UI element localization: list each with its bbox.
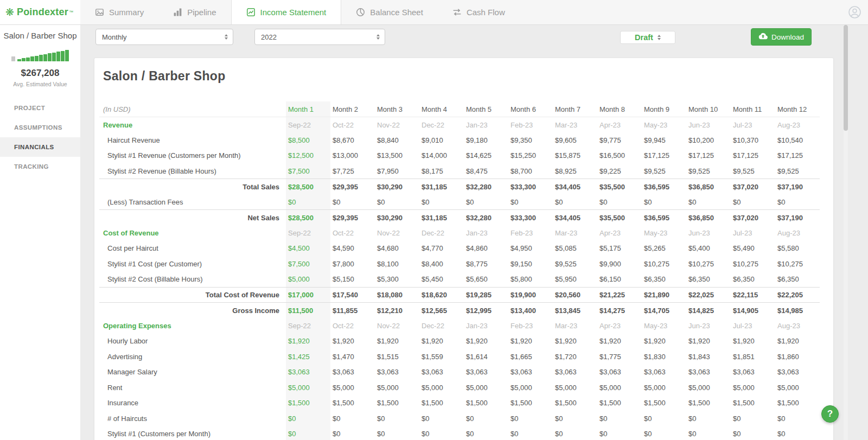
value-cell: $30,290 — [375, 210, 419, 226]
value-cell: $3,063 — [553, 365, 597, 380]
value-cell: $19,900 — [508, 287, 553, 303]
logo[interactable]: ❋ Poindexter ™ — [0, 0, 80, 24]
value-cell: $4,770 — [419, 241, 464, 257]
value-cell: $0 — [775, 426, 820, 440]
value-cell: $1,500 — [508, 396, 553, 411]
value-cell: $1,500 — [597, 396, 642, 411]
period-select[interactable]: Monthly — [95, 29, 233, 45]
value-cell: $21,225 — [597, 287, 642, 303]
date-cell: Dec-22 — [419, 225, 464, 241]
avg-estimated-value-label: Avg. Estimated Value — [0, 81, 80, 87]
item-row: Hourly Labor$1,920$1,920$1,920$1,920$1,9… — [99, 334, 820, 349]
date-cell: May-23 — [642, 225, 686, 241]
total-row: Total Cost of Revenue$17,000$17,540$18,0… — [99, 287, 820, 303]
value-cell: $17,125 — [731, 148, 775, 164]
value-cell: $10,275 — [775, 256, 820, 272]
date-cell: Aug-23 — [775, 318, 820, 334]
value-cell: $3,063 — [286, 365, 330, 380]
value-cell: $0 — [419, 426, 464, 440]
help-button[interactable]: ? — [821, 405, 839, 423]
column-header: Month 3 — [375, 101, 419, 117]
tab-summary[interactable]: Summary — [80, 0, 158, 24]
tab-balance-sheet[interactable]: Balance Sheet — [341, 0, 438, 24]
value-cell: $0 — [375, 426, 419, 440]
value-cell: $4,860 — [464, 241, 508, 257]
value-cell: $37,020 — [731, 210, 775, 226]
download-button[interactable]: Download — [751, 28, 812, 46]
value-cell: $9,010 — [419, 132, 464, 148]
value-cell: $32,280 — [464, 179, 508, 195]
value-cell: $9,525 — [775, 163, 820, 179]
user-menu-button[interactable] — [848, 5, 861, 21]
date-cell: Jul-23 — [731, 318, 775, 334]
balance-sheet-icon — [356, 8, 365, 17]
value-cell: $8,700 — [508, 163, 553, 179]
date-cell: Mar-23 — [553, 117, 597, 133]
topbar: ❋ Poindexter ™ SummaryPipelineIncome Sta… — [0, 0, 868, 25]
date-cell: Jun-23 — [686, 117, 731, 133]
value-cell: $14,985 — [775, 303, 820, 318]
value-cell: $8,840 — [375, 132, 419, 148]
date-cell: Oct-22 — [330, 225, 375, 241]
user-icon — [848, 11, 861, 21]
period-select-value: Monthly — [102, 33, 127, 41]
value-cell: $7,500 — [286, 163, 330, 179]
sidebar-item-assumptions[interactable]: ASSUMPTIONS — [0, 118, 80, 137]
value-cell: $1,920 — [508, 334, 553, 349]
value-cell: $29,395 — [330, 179, 375, 195]
value-cell: $22,205 — [775, 287, 820, 303]
value-cell: $14,625 — [464, 148, 508, 164]
section-row: Operating ExpensesSep-22Oct-22Nov-22Dec-… — [99, 318, 820, 334]
date-cell: Jul-23 — [731, 225, 775, 241]
tab-label: Summary — [109, 8, 144, 17]
sidebar-item-tracking[interactable]: TRACKING — [0, 157, 80, 176]
sidebar-item-project[interactable]: PROJECT — [0, 98, 80, 118]
value-cell: $1,851 — [731, 349, 775, 365]
chart-bar — [17, 59, 21, 61]
pipeline-icon — [173, 8, 182, 17]
value-cell: $0 — [464, 194, 508, 210]
value-cell: $1,500 — [553, 396, 597, 411]
value-cell: $3,063 — [375, 365, 419, 380]
value-cell: $8,475 — [464, 163, 508, 179]
value-cell: $1,500 — [375, 396, 419, 411]
value-cell: $5,400 — [686, 241, 731, 257]
value-cell: $29,395 — [330, 210, 375, 226]
value-cell: $5,450 — [419, 272, 464, 288]
year-select[interactable]: 2022 — [254, 29, 385, 45]
value-cell: $18,080 — [375, 287, 419, 303]
value-cell: $5,000 — [330, 380, 375, 396]
tab-income-statement[interactable]: Income Statement — [231, 0, 342, 24]
value-cell: $0 — [553, 411, 597, 426]
value-cell: $1,920 — [642, 334, 686, 349]
row-label: Net Sales — [99, 210, 286, 226]
value-cell: $3,063 — [731, 365, 775, 380]
value-cell: $0 — [686, 411, 731, 426]
item-row: Haircut Revenue$8,500$8,670$8,840$9,010$… — [99, 132, 820, 148]
tab-cash-flow[interactable]: Cash Flow — [438, 0, 520, 24]
date-cell: Mar-23 — [553, 225, 597, 241]
item-row: Stylist #2 Cost (Billable Hours)$5,000$5… — [99, 272, 820, 288]
status-select[interactable]: Draft — [620, 31, 675, 44]
main-content: Monthly 2022 Draft Download Salon / Barb… — [80, 25, 844, 440]
value-cell: $1,920 — [464, 334, 508, 349]
value-cell: $0 — [731, 194, 775, 210]
value-cell: $8,670 — [330, 132, 375, 148]
table-header-row: (In USD)Month 1Month 2Month 3Month 4Mont… — [99, 101, 820, 117]
currency-note: (In USD) — [99, 101, 286, 117]
value-cell: $1,500 — [419, 396, 464, 411]
sidebar-project-name: Salon / Barber Shop — [0, 25, 80, 40]
value-cell: $1,470 — [330, 349, 375, 365]
value-cell: $0 — [642, 194, 686, 210]
vertical-scrollbar-thumb[interactable] — [844, 25, 848, 131]
value-cell: $1,500 — [642, 396, 686, 411]
chart-bar — [52, 53, 56, 61]
value-cell: $21,890 — [642, 287, 686, 303]
status-select-value: Draft — [635, 33, 653, 42]
value-cell: $12,565 — [419, 303, 464, 318]
value-cell: $3,063 — [508, 365, 553, 380]
tab-pipeline[interactable]: Pipeline — [158, 0, 231, 24]
value-cell: $10,370 — [731, 132, 775, 148]
value-cell: $1,920 — [419, 334, 464, 349]
sidebar-item-financials[interactable]: FINANCIALS — [0, 137, 80, 157]
